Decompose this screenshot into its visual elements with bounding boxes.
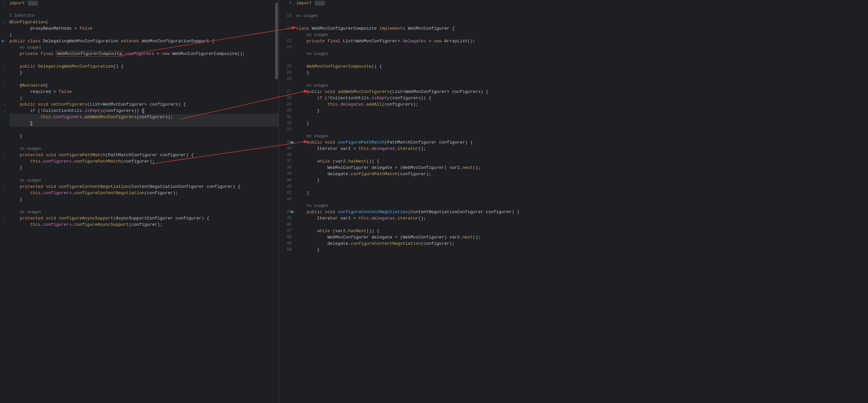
field-configurers: configurers — [125, 51, 154, 56]
field-delegates: delegates — [403, 39, 426, 44]
line-number: 41 — [279, 183, 296, 190]
folded-region[interactable]: ... — [28, 1, 38, 6]
editor-pane-right[interactable]: 8202122232425262728293031323334◉↑3536373… — [279, 0, 868, 403]
line-number: 45 — [279, 215, 296, 222]
line-number: 24 — [279, 63, 296, 69]
highlighted-line: this.configurers.addWebMvcConfigurers(co… — [9, 114, 279, 120]
method-setConfigurers: setConfigurers — [51, 102, 87, 107]
inheritor-hint[interactable]: 1 inheritor — [9, 13, 279, 19]
line-number: 50 — [279, 247, 296, 253]
line-number: 43 — [279, 196, 296, 202]
method-configureAsyncSupport: configureAsyncSupport — [59, 216, 113, 221]
no-usages-hint[interactable]: no usages — [296, 13, 318, 18]
line-number — [279, 32, 296, 38]
line-number: 33 — [279, 126, 296, 133]
superclass: WebMvcConfigurationSupport — [142, 39, 209, 44]
constructor: WebMvcConfigurerComposite — [307, 64, 371, 69]
constructor: DelegatingWebMvcConfiguration — [38, 64, 113, 69]
line-number — [279, 202, 296, 209]
fold-icon[interactable]: ⌄ — [0, 215, 9, 222]
fold-icon[interactable]: ⌄ — [0, 63, 9, 69]
annotation-autowired: @Autowired — [20, 83, 45, 88]
line-number: 49 — [279, 240, 296, 247]
line-number — [279, 133, 296, 139]
method-configureContentNegotiation: configureContentNegotiation — [338, 209, 408, 214]
line-number: 28 — [279, 95, 296, 101]
line-number: 26 — [279, 76, 296, 82]
line-number: 44◉↑ — [279, 209, 296, 215]
line-number: 27 — [279, 89, 296, 95]
no-usages-hint[interactable]: no usages — [20, 147, 41, 151]
line-number: 35 — [279, 146, 296, 152]
line-number: 34◉↑ — [279, 139, 296, 146]
interface: WebMvcConfigurer — [408, 26, 450, 31]
line-number: 31 — [279, 114, 296, 120]
gutter-left: › ⌄ ◉↓ ⌄ ⌄ ⌄ ⌄ ⌄ — [0, 0, 9, 403]
implementing-icon[interactable]: ◉↓ — [1, 38, 6, 44]
folded-region[interactable]: ... — [314, 1, 325, 6]
line-number: 42 — [279, 190, 296, 196]
no-usages-hint[interactable]: no usages — [20, 178, 41, 183]
line-number: 46 — [279, 222, 296, 228]
line-number: 47 — [279, 228, 296, 234]
line-number: 36 — [279, 152, 296, 158]
code-area-right[interactable]: ›import ... no usages class WebMvcConfig… — [296, 0, 868, 403]
line-number — [279, 82, 296, 89]
line-number — [279, 51, 296, 57]
fold-icon[interactable]: ⌄ — [0, 19, 9, 25]
line-number: 39 — [279, 171, 296, 177]
line-number — [279, 19, 296, 25]
override-icon[interactable]: ◉↑ — [291, 209, 295, 215]
method-configureContentNegotiation: configureContentNegotiation — [59, 184, 129, 189]
fold-icon[interactable]: ⌄ — [0, 82, 9, 89]
line-number: 25 — [279, 69, 296, 76]
line-number: 32 — [279, 120, 296, 126]
line-number — [279, 57, 296, 63]
fold-icon[interactable]: ⌄ — [0, 183, 9, 190]
fold-icon[interactable]: ⌄ — [0, 152, 9, 158]
fold-icon[interactable]: › — [0, 0, 9, 6]
method-configurePathMatch: configurePathMatch — [338, 140, 384, 145]
kw-import: import — [9, 1, 25, 6]
line-number: 22 — [279, 38, 296, 44]
method-addWebMvcConfigurers: addWebMvcConfigurers — [338, 89, 390, 94]
boxed-type[interactable]: WebMvcConfigurerComposite — [56, 51, 123, 57]
line-number: 38 — [279, 165, 296, 171]
annotation-arg: proxyBeanMethods = — [9, 26, 80, 31]
gutter-right: 8202122232425262728293031323334◉↑3536373… — [279, 0, 296, 403]
no-usages-hint[interactable]: no usages — [20, 210, 41, 214]
no-usages-hint[interactable]: no usages — [20, 45, 41, 50]
line-number: 21 — [279, 25, 296, 32]
annotation-configuration: @Configuration — [9, 20, 45, 25]
fold-icon[interactable]: ⌄ — [0, 108, 9, 114]
fold-icon[interactable]: ⌄ — [0, 101, 9, 108]
line-number: 48 — [279, 234, 296, 240]
class-name: WebMvcConfigurerComposite — [312, 26, 377, 31]
editor-pane-left[interactable]: › ⌄ ◉↓ ⌄ ⌄ ⌄ ⌄ ⌄ — [0, 0, 279, 403]
fold-icon[interactable]: › — [292, 1, 296, 8]
line-number: 29 — [279, 101, 296, 108]
method-configurePathMatch: configurePathMatch — [59, 152, 105, 157]
code-area-left[interactable]: import ... 1 inheritor @Configuration( p… — [9, 0, 279, 403]
line-number: 40 — [279, 177, 296, 183]
line-number: 37 — [279, 158, 296, 165]
override-icon[interactable]: ◉↑ — [291, 139, 295, 146]
line-number: 20 — [279, 13, 296, 19]
line-number: 23 — [279, 44, 296, 51]
class-name: DelegatingWebMvcConfiguration — [43, 39, 118, 44]
scrollbar-thumb[interactable] — [275, 3, 278, 79]
line-number: 30 — [279, 108, 296, 114]
